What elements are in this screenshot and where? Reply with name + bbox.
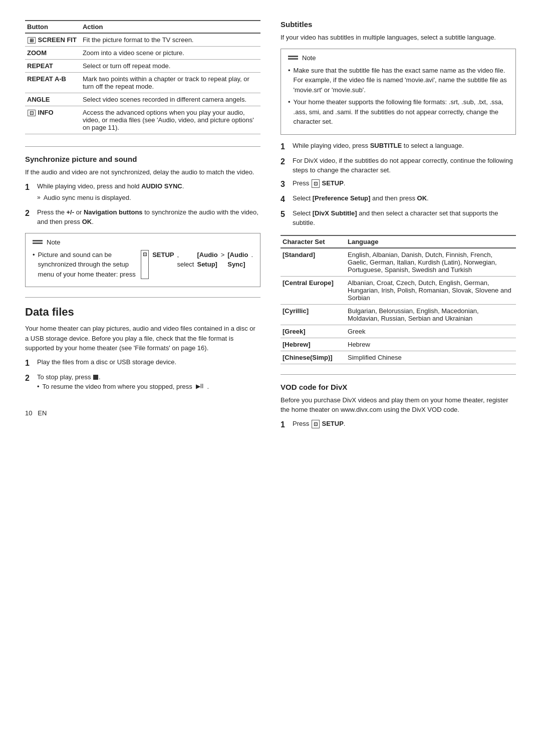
info-icon: ⊡ [28, 110, 36, 116]
step-content: Select [Preference Setup] and then press… [293, 193, 516, 205]
sync-note-label: Note [47, 238, 60, 246]
note-icon-subtitles [288, 56, 298, 60]
button-cell: ⊡ INFO [25, 106, 81, 134]
list-item: 2For DivX video, if the subtitles do not… [281, 156, 516, 175]
table-row: ANGLESelect video scenes recorded in dif… [25, 93, 260, 106]
step-number: 5 [281, 208, 289, 228]
list-item: 1While playing video, press SUBTITLE to … [281, 141, 516, 153]
list-item: 3Press ⊡ SETUP. [281, 178, 516, 190]
step-content: For DivX video, if the subtitles do not … [293, 156, 516, 175]
vod-body: Before you purchase DivX videos and play… [281, 395, 516, 415]
charset-cell: [Central Europe] [281, 276, 346, 304]
button-cell: ANGLE [25, 93, 81, 106]
char-col2-header: Language [346, 235, 516, 248]
table-col2-header: Action [81, 21, 260, 33]
right-column: Subtitles If your video has subtitles in… [281, 20, 516, 436]
step-content: To stop play, press .To resume the video… [37, 372, 260, 394]
sub-bullets: To resume the video from where you stopp… [37, 382, 260, 392]
note-bullet: Make sure that the subtitle file has the… [288, 66, 508, 95]
table-row: [Central Europe]Albanian, Croat, Czech, … [281, 276, 516, 304]
data-files-steps: 1Play the files from a disc or USB stora… [25, 357, 260, 394]
play-pause-symbol: ▶II [196, 382, 204, 392]
button-cell: REPEAT [25, 60, 81, 73]
sync-section: Synchronize picture and sound If the aud… [25, 155, 260, 287]
data-files-body: Your home theater can play pictures, aud… [25, 324, 260, 353]
step-content: Press ⊡ SETUP. [293, 178, 516, 190]
step-number: 2 [281, 156, 289, 175]
sync-note-header: Note [33, 238, 253, 246]
button-cell: ZOOM [25, 47, 81, 60]
step-content: While playing video, press SUBTITLE to s… [293, 141, 516, 153]
language-cell: Bulgarian, Belorussian, English, Macedon… [346, 304, 516, 325]
sync-title: Synchronize picture and sound [25, 155, 260, 163]
step-content: While playing video, press and hold AUDI… [37, 181, 260, 204]
subtitles-title: Subtitles [281, 20, 516, 29]
sub-list-item: Audio sync menu is displayed. [37, 193, 260, 203]
list-item: 4Select [Preference Setup] and then pres… [281, 193, 516, 205]
sync-body: If the audio and video are not synchroni… [25, 167, 260, 177]
step-number: 2 [25, 207, 33, 227]
divider-sync [25, 146, 260, 147]
note-icon [33, 240, 43, 244]
sync-steps: 1While playing video, press and hold AUD… [25, 181, 260, 227]
subtitles-note-label: Note [302, 54, 316, 62]
button-cell: ⊞ SCREEN FIT [25, 33, 81, 47]
charset-cell: [Standard] [281, 248, 346, 277]
table-row: ⊡ INFOAccess the advanced options when y… [25, 106, 260, 134]
setup-icon: ⊡ [312, 179, 320, 188]
step-number: 1 [25, 357, 33, 369]
page-number: 10 [25, 409, 32, 417]
table-row: [Standard]English, Albanian, Danish, Dut… [281, 248, 516, 277]
sync-note-bullets: Picture and sound can be synchronized th… [33, 250, 253, 280]
charset-cell: [Hebrew] [281, 338, 346, 351]
action-cell: Zoom into a video scene or picture. [81, 47, 260, 60]
table-col1-header: Button [25, 21, 81, 33]
table-row: REPEATSelect or turn off repeat mode. [25, 60, 260, 73]
stop-symbol [93, 375, 98, 380]
step-content: Play the files from a disc or USB storag… [37, 357, 260, 369]
subtitles-note-header: Note [288, 54, 508, 62]
subtitles-note-bullets: Make sure that the subtitle file has the… [288, 66, 508, 127]
divider-data-files [25, 297, 260, 298]
list-item: 1While playing video, press and hold AUD… [25, 181, 260, 204]
note-bullet: Picture and sound can be synchronized th… [33, 250, 253, 280]
table-row: [Cyrillic]Bulgarian, Belorussian, Englis… [281, 304, 516, 325]
action-cell: Access the advanced options when you pla… [81, 106, 260, 134]
vod-title: VOD code for DivX [281, 383, 516, 391]
list-item: 2To stop play, press .To resume the vide… [25, 372, 260, 394]
language-cell: Hebrew [346, 338, 516, 351]
page-footer: 10 EN [25, 409, 260, 417]
list-item: 5Select [DivX Subtitle] and then select … [281, 208, 516, 228]
table-row: [Chinese(Simp)]Simplified Chinese [281, 351, 516, 364]
setup-icon: ⊡ [312, 420, 320, 428]
vod-steps: 1Press ⊡ SETUP. [281, 419, 516, 431]
language-cell: Greek [346, 325, 516, 338]
language-cell: Albanian, Croat, Czech, Dutch, English, … [346, 276, 516, 304]
language-cell: Simplified Chinese [346, 351, 516, 364]
table-row: ⊞ SCREEN FITFit the picture format to th… [25, 33, 260, 47]
charset-cell: [Greek] [281, 325, 346, 338]
page-lang: EN [38, 409, 47, 417]
setup-icon: ⊡ [141, 250, 149, 280]
table-row: REPEAT A-BMark two points within a chapt… [25, 73, 260, 93]
sub-bullet-item: To resume the video from where you stopp… [37, 382, 260, 392]
screen-fit-icon: ⊞ [28, 37, 36, 44]
vod-section: VOD code for DivX Before you purchase Di… [281, 383, 516, 431]
step-number: 3 [281, 178, 289, 190]
left-column: Button Action ⊞ SCREEN FITFit the pictur… [25, 20, 260, 436]
step-number: 1 [281, 419, 289, 431]
sub-list: Audio sync menu is displayed. [37, 193, 260, 203]
charset-cell: [Chinese(Simp)] [281, 351, 346, 364]
data-files-section: Data files Your home theater can play pi… [25, 306, 260, 394]
action-cell: Select or turn off repeat mode. [81, 60, 260, 73]
sync-note-box: Note Picture and sound can be synchroniz… [25, 233, 260, 288]
list-item: 2Press the +/- or Navigation buttons to … [25, 207, 260, 227]
action-cell: Select video scenes recorded in differen… [81, 93, 260, 106]
char-set-table: Character Set Language [Standard]English… [281, 235, 516, 364]
step-number: 2 [25, 372, 33, 394]
char-col1-header: Character Set [281, 235, 346, 248]
step-content: Select [DivX Subtitle] and then select a… [293, 208, 516, 228]
step-number: 1 [281, 141, 289, 153]
step-content: Press ⊡ SETUP. [293, 419, 516, 431]
step-content: Press the +/- or Navigation buttons to s… [37, 207, 260, 227]
